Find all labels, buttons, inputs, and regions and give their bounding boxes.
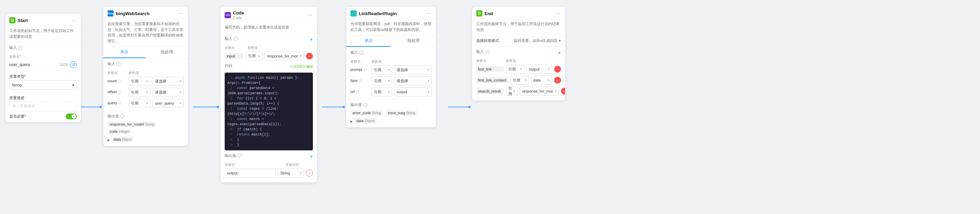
bing-output-label: 输出值 i [108,114,184,119]
end-more-btn[interactable]: ··· [555,10,561,16]
link-url-type-select[interactable]: 引用▾ [371,87,392,96]
link-output-error-msg: error_msg String [386,110,417,116]
end-flc-val-select[interactable]: data▾ [531,76,552,85]
code-output-type-select[interactable]: String▾ [278,169,304,178]
svg-marker-1 [215,106,219,108]
end-description: 工作流的最终节点，用于返回工作流运行后的结果信息 [472,19,565,35]
code-output-name-field[interactable]: output [225,169,276,178]
start-node-header: G Start ··· [5,14,81,26]
bing-param-query-label: query ⓘ [108,101,126,106]
bing-query-type-select[interactable]: 引用▾ [129,99,151,108]
code-title: Code [233,10,244,16]
link-divider [350,99,432,100]
bing-count-type-select[interactable]: 引用▾ [129,77,151,86]
code-param-input: input 引用▾ response_for_moc▾ − [225,52,313,60]
code-col-value: 参数值 [247,45,313,50]
bing-tab-single[interactable]: 单次 [103,47,146,58]
code-output-remove-btn[interactable]: − [306,170,313,176]
end-return-mode-label: 选择回答模式 [476,38,499,43]
end-return-mode-row: 选择回答模式 返回变量，由Bot生成回答 ▾ [476,38,561,43]
end-first-link-remove-btn[interactable]: − [554,66,561,73]
start-input-info-icon: i [18,46,22,50]
code-output-add-btn[interactable]: + [310,154,313,159]
link-description: 当你需要获取网页、pdf、抖音视频内容时，使用此工具，可以获取url链接下的标题… [346,19,436,35]
end-icon: G [476,10,482,16]
code-more-btn[interactable]: ··· [307,12,313,18]
link-output-items: error_code String error_msg String [350,109,432,117]
code-col-headers: 参数名 参数值 [225,45,313,50]
code-input-type-select[interactable]: 引用▾ [246,52,262,60]
bing-offset-type-select[interactable]: 引用▾ [129,88,151,97]
end-title: End [485,11,493,16]
start-input-header: 输入 i [9,45,77,52]
start-required-row: 是否必要* [9,114,77,119]
link-param-url: url ⓘ 引用▾ output▾ [350,87,432,96]
end-search-result-label: search_result [476,89,504,94]
start-desc-input[interactable]: 输入变量描述 [9,102,77,111]
code-input-section-header: 输入 i + [225,36,313,43]
bing-param-count-label: count ⓘ [108,79,126,84]
link-tab-single[interactable]: 单次 [346,35,391,47]
link-input-label: 输入 i [350,50,364,55]
link-more-btn[interactable]: ··· [426,10,432,16]
bing-tab-batch[interactable]: 批处理 [146,47,188,58]
end-return-mode-chevron: ▾ [559,38,561,43]
code-input-add-btn[interactable]: + [310,37,313,42]
link-prompt-type-select[interactable]: 引用▾ [371,65,392,75]
end-first-link-val-select[interactable]: output▾ [527,65,552,74]
code-input-remove-btn[interactable]: − [306,52,313,60]
code-output-col-name: 变量名 [225,162,283,167]
link-collapse-data[interactable]: ▶ data Object [350,118,432,125]
code-input-info-icon: i [234,36,238,41]
link-param-prompt: prompt ⓘ 引用▾ 请选择▾ [350,65,432,75]
start-required-label: 是否必要* [9,114,26,119]
bing-output-info-icon: i [120,114,124,118]
link-prompt-val-select[interactable]: 请选择▾ [394,65,432,75]
link-url-val-select[interactable]: output▾ [394,87,432,96]
link-tab-batch[interactable]: 批处理 [391,35,436,47]
end-input-add-btn[interactable]: + [558,50,561,56]
link-type-val-select[interactable]: 请选择▾ [394,76,432,85]
bing-node-header: Bing bingWebSearch ··· [103,7,188,19]
start-required-toggle[interactable] [66,114,77,119]
end-flc-remove-btn[interactable]: − [554,77,561,84]
end-sr-type-select[interactable]: 引用▾ [506,87,517,96]
bing-offset-val-select[interactable]: 请选择▾ [153,88,184,97]
start-param-reset-btn[interactable]: ↺ [70,61,77,68]
link-col-value: 参数值 [371,59,432,64]
bing-data-item: data Object [111,136,134,142]
bing-query-val-select[interactable]: user_query▾ [153,99,184,108]
bing-icon: Bing [108,10,114,16]
start-param-user-query: user_query 10/20 ↺ [9,61,77,68]
start-param-header-row: 参数名* [9,54,77,59]
end-body: 选择回答模式 返回变量，由Bot生成回答 ▾ 输入 i + 参数名 参数值 [472,35,565,100]
bing-input-label: 输入 i [108,61,121,67]
code-input-val-select[interactable]: response_for_moc▾ [265,52,304,60]
bing-body: 输入 i 参数名 参数值 count ⓘ 引用▾ 请选择▾ offset [103,59,188,146]
end-input-info-icon: i [485,50,489,54]
end-first-link-content-label: first_link_content [476,78,508,83]
code-body: 输入 i + 参数名 参数值 input 引用▾ response_for_mo… [221,33,317,182]
bing-collapse-data[interactable]: ▶ data Object [108,136,184,143]
bing-count-val-select[interactable]: 请选择▾ [153,77,184,86]
code-ide-edit-link[interactable]: ✎ 在IDE中编辑 [290,64,313,69]
start-more-btn[interactable]: ··· [71,17,77,24]
bing-more-btn[interactable]: ··· [178,10,184,16]
bing-input-header: 输入 i [108,61,184,68]
start-type-chevron: ▾ [72,83,75,87]
bing-node: Bing bingWebSearch ··· 必应搜索引擎，当你需要搜索你不知道… [103,7,188,146]
code-description: 编写代码，处理输入变量来生成返回值 [221,22,317,33]
link-title: LinkReaderPlugin [359,11,397,16]
end-flc-type-select[interactable]: 引用▾ [510,76,529,85]
end-sr-val-select[interactable]: response_for_moc▾ [520,87,559,96]
end-first-link-type-select[interactable]: 引用▾ [506,65,525,74]
end-return-mode-select[interactable]: 返回变量，由Bot生成回答 ▾ [514,38,561,43]
end-col-name: 参数名 [476,59,504,63]
link-output-info-icon: i [363,103,368,107]
link-icon: 🔗 [350,10,356,16]
code-editor-area[interactable]: 1async function main({ params }: Args): … [225,73,313,151]
bing-param-query: query ⓘ 引用▾ user_query▾ [108,99,184,108]
start-type-select[interactable]: String ▾ [9,81,77,89]
link-type-type-select[interactable]: 引用▾ [371,76,392,85]
end-sr-remove-btn[interactable]: − [561,88,565,95]
